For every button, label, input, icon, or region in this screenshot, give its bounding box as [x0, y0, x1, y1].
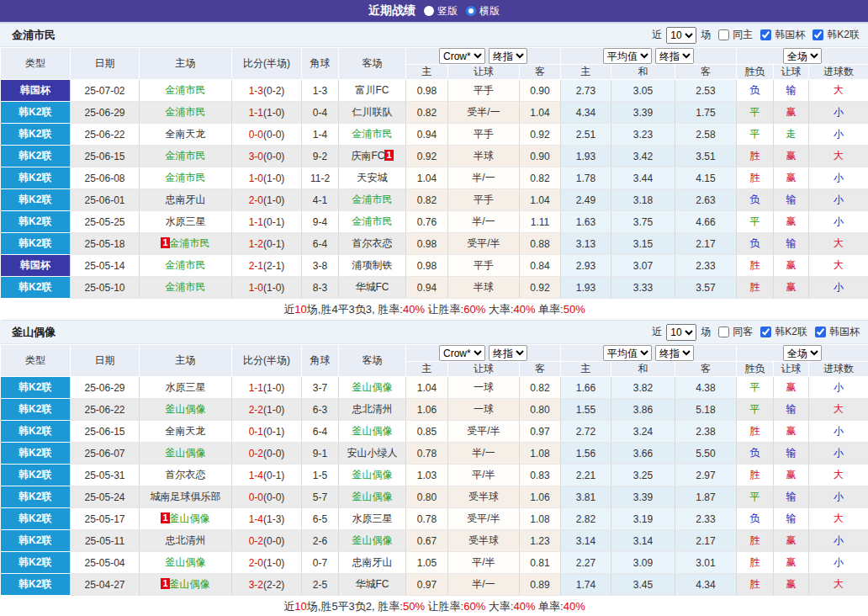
- corner-cell: 9-1: [302, 443, 339, 465]
- avg-away-cell: 4.15: [675, 167, 737, 189]
- col-score: 比分(半场): [232, 345, 302, 377]
- same-venue-checkbox[interactable]: [718, 29, 729, 40]
- score-cell: 1-2(0-1): [232, 233, 302, 255]
- radio-icon-vertical[interactable]: [424, 6, 434, 16]
- odds-home-cell: 0.82: [406, 189, 448, 211]
- avg-away-cell: 2.33: [675, 255, 737, 277]
- recent-count-select[interactable]: 10: [666, 27, 696, 44]
- odds-home-cell: 0.80: [406, 486, 448, 508]
- date-cell: 25-05-10: [71, 277, 140, 299]
- result-goals-cell: 大: [809, 80, 868, 102]
- avg-home-cell: 2.21: [561, 465, 611, 486]
- result-handicap-cell: 输: [774, 399, 809, 421]
- avg-draw-cell: 3.39: [611, 102, 675, 124]
- layout-option-vertical[interactable]: 竖版: [424, 4, 458, 19]
- table-row: 韩K2联25-05-04釜山偶像2-0(1-0)0-7忠南牙山1.05平/半0.…: [1, 552, 868, 574]
- avg-home-cell: 1.74: [561, 574, 611, 596]
- odds-handicap-cell: 半/一: [448, 167, 520, 189]
- odds-handicap-cell: 平手: [448, 124, 520, 146]
- date-cell: 25-04-27: [71, 574, 140, 596]
- league-type-cell: 韩K2联: [1, 377, 71, 399]
- bookmaker-select-group: Crow*终指: [406, 48, 561, 65]
- corner-cell: 1-5: [302, 465, 339, 486]
- league-type-cell: 韩K2联: [1, 167, 71, 189]
- odds-away-cell: 0.92: [520, 277, 561, 299]
- sub-avg-draw: 和: [611, 362, 675, 377]
- date-cell: 25-06-07: [71, 443, 140, 465]
- result-handicap-cell: 输: [774, 508, 809, 530]
- corner-cell: 2-5: [302, 574, 339, 596]
- league-type-cell: 韩K2联: [1, 146, 71, 167]
- date-cell: 25-06-08: [71, 167, 140, 189]
- result-goals-cell: 小: [809, 377, 868, 399]
- league2-checkbox[interactable]: [815, 327, 826, 337]
- avg-home-cell: 1.55: [561, 399, 611, 421]
- result-wdl-cell: 平: [737, 377, 774, 399]
- league2-checkbox[interactable]: [812, 29, 823, 40]
- fulltime-select[interactable]: 全场: [783, 48, 822, 64]
- table-row: 韩K2联25-06-08金浦市民1-0(1-0)11-2天安城1.04半/一0.…: [1, 167, 868, 189]
- col-home: 主场: [140, 48, 232, 80]
- team-section: 釜山偶像 近 10 场 同客 韩K2联 韩国杯 类: [0, 321, 868, 616]
- corner-cell: 6-4: [302, 233, 339, 255]
- odds-away-cell: 1.08: [520, 443, 561, 465]
- date-cell: 25-06-15: [71, 146, 140, 167]
- odds-away-cell: 1.06: [520, 486, 561, 508]
- table-row: 韩K2联25-05-10金浦市民1-0(1-0)8-3华城FC0.94半球0.9…: [1, 277, 868, 299]
- fulltime-select-group: 全场: [737, 48, 868, 65]
- avg-away-cell: 2.17: [675, 530, 737, 552]
- table-row: 韩K2联25-06-22全南天龙0-0(0-0)1-4金浦市民0.94平手0.9…: [1, 124, 868, 146]
- same-venue-checkbox[interactable]: [718, 327, 729, 337]
- avg-home-cell: 2.72: [561, 421, 611, 443]
- corner-cell: 0-7: [302, 552, 339, 574]
- league-type-cell: 韩K2联: [1, 508, 71, 530]
- away-team-cell: 釜山偶像: [339, 421, 406, 443]
- avg-draw-cell: 3.66: [611, 443, 675, 465]
- col-type: 类型: [1, 48, 71, 80]
- league1-checkbox[interactable]: [760, 327, 771, 337]
- odds-stage-select-2[interactable]: 终指: [655, 345, 694, 361]
- matches-table: 类型 日期 主场 比分(半场) 角球 客场 Crow*终指 平均值终指 全场: [0, 344, 868, 616]
- odds-stage-select-1[interactable]: 终指: [489, 48, 527, 64]
- away-team-cell: 忠南牙山: [339, 552, 406, 574]
- radio-icon-horizontal[interactable]: [466, 6, 476, 16]
- avg-away-cell: 1.75: [675, 102, 737, 124]
- odds-away-cell: 1.08: [520, 508, 561, 530]
- average-select[interactable]: 平均值: [603, 345, 652, 361]
- table-row: 韩国杯25-07-02金浦市民1-3(0-2)1-3富川FC0.98平手0.90…: [1, 80, 868, 102]
- fulltime-select-group: 全场: [737, 345, 868, 362]
- avg-draw-cell: 3.09: [611, 552, 675, 574]
- avg-home-cell: 2.27: [561, 552, 611, 574]
- score-cell: 2-1(2-1): [232, 255, 302, 277]
- result-goals-cell: 大: [809, 146, 868, 167]
- average-select-group: 平均值终指: [561, 345, 737, 362]
- recent-count-select[interactable]: 10: [666, 324, 696, 341]
- league-type-cell: 韩K2联: [1, 443, 71, 465]
- odds-away-cell: 1.04: [520, 189, 561, 211]
- layout-option-horizontal[interactable]: 横版: [466, 4, 500, 19]
- sub-avg-away: 客: [675, 65, 737, 80]
- avg-away-cell: 4.34: [675, 574, 737, 596]
- avg-draw-cell: 3.42: [611, 146, 675, 167]
- result-goals-cell: 小: [809, 124, 868, 146]
- date-cell: 25-05-24: [71, 486, 140, 508]
- away-team-cell: 忠北清州: [339, 399, 406, 421]
- result-wdl-cell: 胜: [737, 421, 774, 443]
- result-handicap-cell: 赢: [774, 552, 809, 574]
- fulltime-select[interactable]: 全场: [783, 345, 822, 361]
- result-goals-cell: 小: [809, 167, 868, 189]
- near-label: 近: [652, 28, 662, 42]
- result-wdl-cell: 胜: [737, 574, 774, 596]
- average-select[interactable]: 平均值: [603, 48, 652, 64]
- odds-handicap-cell: 平/半: [448, 552, 520, 574]
- bookmaker-select[interactable]: Crow*: [439, 48, 485, 64]
- matches-tbody: 韩K2联25-06-29水原三星1-1(1-0)3-7釜山偶像1.04一球0.8…: [1, 377, 868, 596]
- odds-stage-select-2[interactable]: 终指: [655, 48, 694, 64]
- bookmaker-select[interactable]: Crow*: [439, 345, 485, 361]
- league1-checkbox[interactable]: [760, 29, 771, 40]
- away-team-cell: 金浦市民: [339, 211, 406, 233]
- odds-stage-select-1[interactable]: 终指: [489, 345, 527, 361]
- home-team-cell: 1金浦市民: [140, 233, 232, 255]
- result-wdl-cell: 平: [737, 399, 774, 421]
- table-row: 韩K2联25-05-181金浦市民1-2(0-1)6-4首尔衣恋0.98受平/半…: [1, 233, 868, 255]
